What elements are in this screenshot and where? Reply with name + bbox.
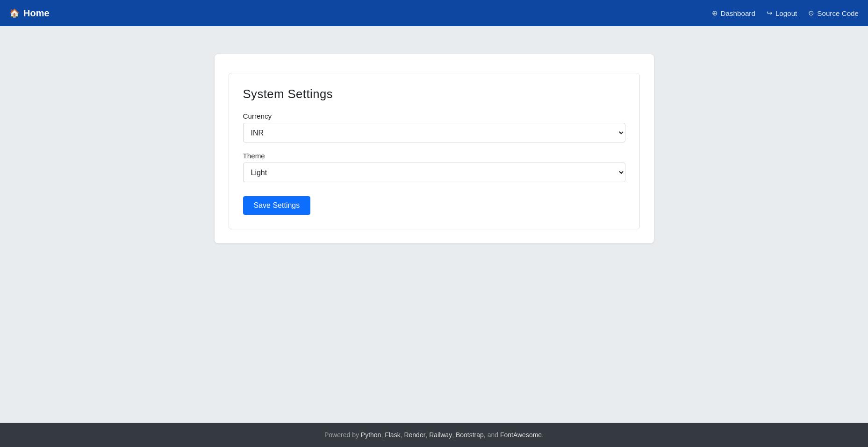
footer-highlight-fontawesome: FontAwesome	[500, 431, 542, 439]
theme-group: Theme LightDark	[243, 152, 625, 182]
outer-card: System Settings Currency INRUSDEURGBPJPY…	[215, 54, 654, 243]
footer-highlight-bootstrap: Bootstrap	[456, 431, 484, 439]
source-code-icon: ⊙	[808, 9, 814, 17]
theme-label: Theme	[243, 152, 625, 160]
navbar: 🏠 Home ⊕ Dashboard ↪ Logout ⊙ Source Cod…	[0, 0, 868, 26]
logout-link[interactable]: ↪ Logout	[767, 9, 797, 17]
footer-highlight-python: Python	[361, 431, 381, 439]
footer-highlight-railway: Railway	[429, 431, 452, 439]
dashboard-link[interactable]: ⊕ Dashboard	[712, 9, 755, 17]
footer: Powered by Python, Flask, Render, Railwa…	[0, 423, 868, 447]
footer-end: .	[542, 431, 544, 439]
settings-title: System Settings	[243, 87, 625, 101]
footer-and: and	[488, 431, 500, 439]
currency-label: Currency	[243, 112, 625, 120]
theme-select[interactable]: LightDark	[243, 163, 625, 182]
footer-prefix: Powered by	[324, 431, 359, 439]
dashboard-icon: ⊕	[712, 9, 718, 17]
navbar-brand-label: Home	[23, 8, 50, 19]
home-icon: 🏠	[9, 8, 20, 18]
footer-highlight-flask: Flask	[385, 431, 400, 439]
source-code-label: Source Code	[817, 9, 859, 17]
currency-select[interactable]: INRUSDEURGBPJPY	[243, 123, 625, 142]
footer-highlight-render: Render	[404, 431, 425, 439]
logout-label: Logout	[775, 9, 797, 17]
navbar-brand[interactable]: 🏠 Home	[9, 8, 50, 19]
main-content: System Settings Currency INRUSDEURGBPJPY…	[0, 26, 868, 423]
logout-icon: ↪	[767, 9, 773, 17]
navbar-links: ⊕ Dashboard ↪ Logout ⊙ Source Code	[712, 9, 859, 17]
inner-card: System Settings Currency INRUSDEURGBPJPY…	[229, 73, 640, 229]
currency-group: Currency INRUSDEURGBPJPY	[243, 112, 625, 142]
source-code-link[interactable]: ⊙ Source Code	[808, 9, 859, 17]
save-settings-button[interactable]: Save Settings	[243, 196, 311, 215]
dashboard-label: Dashboard	[721, 9, 755, 17]
footer-text: Powered by Python, Flask, Render, Railwa…	[324, 431, 544, 439]
